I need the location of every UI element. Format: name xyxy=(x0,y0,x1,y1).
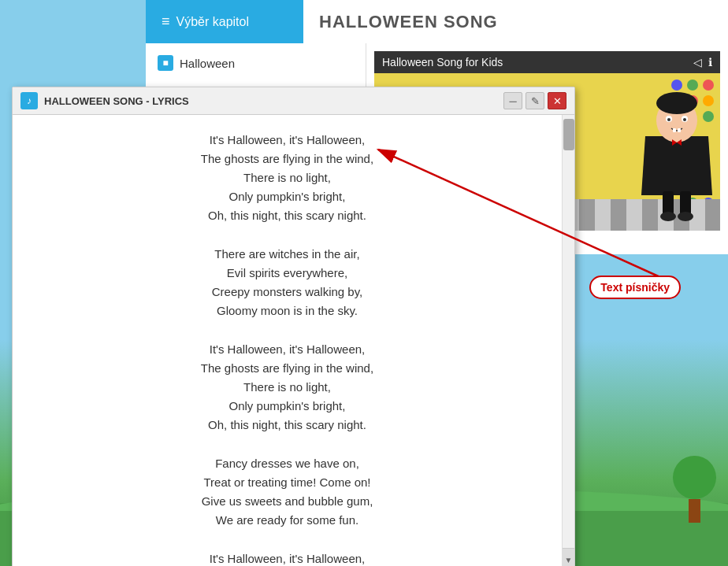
page-title: HALLOWEEN SONG xyxy=(303,0,514,43)
lyrics-stanza: It's Halloween, it's Halloween,The ghost… xyxy=(36,340,538,435)
lyrics-line: There is no light, xyxy=(36,378,538,397)
share-icon[interactable]: ◁ xyxy=(693,56,702,68)
video-header: Halloween Song for Kids ◁ ℹ xyxy=(374,51,720,73)
lyrics-line: It's Halloween, it's Halloween, xyxy=(36,131,538,150)
top-navigation: ≡ Výběr kapitol HALLOWEEN SONG xyxy=(146,0,728,43)
lyrics-titlebar: ♪ HALLOWEEN SONG - LYRICS ─ ✎ ✕ xyxy=(13,87,574,115)
lyrics-line: Oh, this night, this scary night. xyxy=(36,206,538,225)
lyrics-stanza: There are witches in the air,Evil spirit… xyxy=(36,245,538,320)
annotation-container: Text písničky xyxy=(589,276,681,299)
vampire-character xyxy=(637,73,716,227)
lyrics-line: Only pumpkin's bright, xyxy=(36,397,538,416)
svg-point-14 xyxy=(678,212,693,221)
lyrics-line: Gloomy moon is in the sky. xyxy=(36,301,538,320)
svg-rect-12 xyxy=(680,191,691,215)
lyrics-line: We are ready for some fun. xyxy=(36,511,538,530)
lyrics-stanza: It's Halloween, it's Halloween,The ghost… xyxy=(36,131,538,225)
svg-point-8 xyxy=(683,118,686,121)
lyrics-scrollbar[interactable]: ▼ xyxy=(562,115,574,566)
lyrics-title-section: ♪ HALLOWEEN SONG - LYRICS xyxy=(20,92,189,109)
lyrics-line: Give us sweets and bubble gum, xyxy=(36,492,538,511)
lyrics-window: ♪ HALLOWEEN SONG - LYRICS ─ ✎ ✕ It's Hal… xyxy=(12,87,575,566)
lyrics-line: There is no light, xyxy=(36,168,538,187)
lyrics-line: Fancy dresses we have on, xyxy=(36,454,538,473)
lyrics-line: It's Halloween, it's Halloween, xyxy=(36,549,538,566)
sidebar-item-label: Halloween xyxy=(180,57,235,70)
lyrics-content: It's Halloween, it's Halloween,The ghost… xyxy=(13,115,574,566)
lyrics-line: Treat or treating time! Come on! xyxy=(36,473,538,492)
lyrics-line: It's Halloween, it's Halloween, xyxy=(36,340,538,359)
lyrics-line: The ghosts are flying in the wind, xyxy=(36,150,538,168)
svg-rect-10 xyxy=(678,128,681,132)
lyrics-stanza: It's Halloween, it's Halloween,The ghost… xyxy=(36,549,538,566)
lyrics-line: Only pumpkin's bright, xyxy=(36,187,538,206)
document-icon: ■ xyxy=(158,55,173,71)
tree-right xyxy=(673,456,716,523)
lyrics-stanza: Fancy dresses we have on,Treat or treati… xyxy=(36,454,538,530)
chapter-button-label: Výběr kapitol xyxy=(176,15,250,29)
svg-point-13 xyxy=(660,212,676,221)
title-controls: ─ ✎ ✕ xyxy=(503,92,566,109)
lyrics-line: There are witches in the air, xyxy=(36,245,538,264)
scrollbar-arrow-down[interactable]: ▼ xyxy=(563,548,574,566)
svg-rect-11 xyxy=(663,191,674,215)
lyrics-line: Oh, this night, this scary night. xyxy=(36,416,538,435)
minimize-button[interactable]: ─ xyxy=(503,92,522,109)
annotation-label: Text písničky xyxy=(600,281,670,294)
menu-icon: ≡ xyxy=(162,13,170,30)
lyrics-line: Evil spirits everywhere, xyxy=(36,264,538,283)
svg-point-7 xyxy=(667,118,670,121)
scrollbar-thumb[interactable] xyxy=(563,119,574,150)
svg-marker-2 xyxy=(641,136,712,195)
lyrics-window-icon: ♪ xyxy=(20,92,38,109)
close-button[interactable]: ✕ xyxy=(548,92,566,109)
lyrics-line: The ghosts are flying in the wind, xyxy=(36,359,538,378)
lyrics-text: It's Halloween, it's Halloween,The ghost… xyxy=(13,115,562,566)
edit-button[interactable]: ✎ xyxy=(526,92,544,109)
chapter-select-button[interactable]: ≡ Výběr kapitol xyxy=(146,0,303,43)
info-icon[interactable]: ℹ xyxy=(708,56,712,68)
svg-rect-9 xyxy=(673,128,676,132)
lyrics-window-title: HALLOWEEN SONG - LYRICS xyxy=(44,95,189,107)
svg-point-4 xyxy=(656,92,697,114)
lyrics-line: Creepy monsters walking by, xyxy=(36,283,538,301)
sidebar-item-halloween[interactable]: ■ Halloween xyxy=(146,47,366,79)
video-title: Halloween Song for Kids xyxy=(382,56,503,68)
annotation-bubble: Text písničky xyxy=(589,276,681,299)
